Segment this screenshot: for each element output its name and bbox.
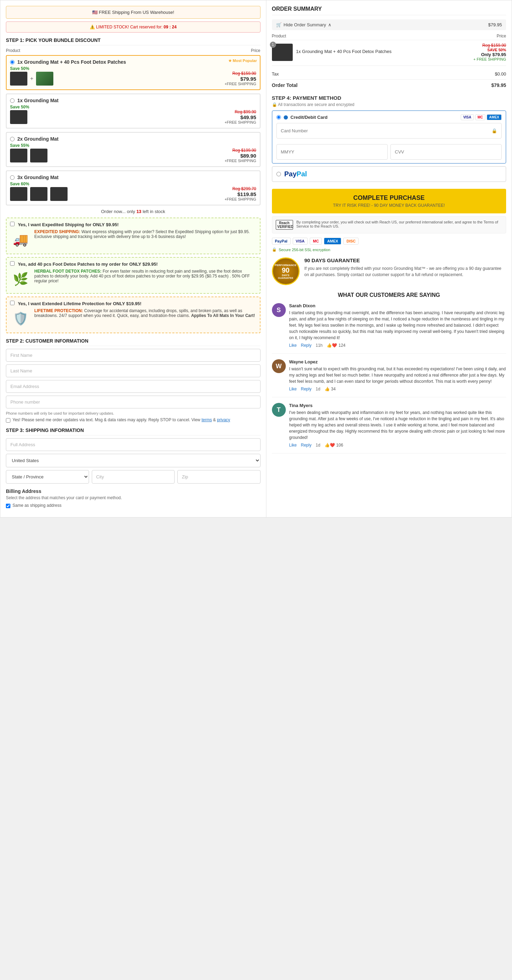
review-like-btn-1[interactable]: Like: [289, 343, 297, 348]
phone-input[interactable]: [6, 396, 261, 409]
product-option-2-shipping: +FREE SHIPPING: [224, 120, 256, 124]
complete-btn-sub-text: TRY IT RISK FREE! - 90 DAY MONEY BACK GU…: [277, 203, 501, 208]
addon-patches-checkbox[interactable]: [10, 261, 14, 266]
tax-label: Tax: [272, 72, 279, 76]
addon-patches: Yes, add 40 pcs Foot Detox Patches to my…: [6, 257, 261, 294]
product-option-4-body: Reg $299.70 $119.85 +FREE SHIPPING: [10, 186, 256, 201]
paypal-light-text: Pal: [297, 170, 307, 178]
payment-card-header: Credit/Debit Card VISA MC AMEX: [277, 114, 502, 120]
card-expiry-cvv-row: [277, 142, 502, 160]
addon-patches-title: Yes, add 40 pcs Foot Detox Patches to my…: [10, 261, 256, 267]
product-option-3-radio[interactable]: [10, 137, 14, 142]
product-option-4-radio[interactable]: [10, 175, 14, 180]
review-like-count-1: 124: [339, 343, 345, 348]
complete-purchase-button[interactable]: COMPLETE PURCHASE TRY IT RISK FREE! - 90…: [272, 189, 506, 213]
guarantee-badge-line2: DAYS: [282, 274, 289, 277]
same-as-shipping-label: Same as shipping address: [13, 503, 61, 508]
addon-lifetime-label: Yes, I want Extended Lifetime Protection…: [17, 301, 142, 306]
review-like-btn-2[interactable]: Like: [289, 387, 297, 391]
product-option-2-radio[interactable]: [10, 99, 14, 103]
same-as-shipping-checkbox[interactable]: [6, 504, 10, 508]
cvv-field[interactable]: [390, 144, 502, 160]
review-time-1: 11h: [316, 343, 323, 348]
stock-count: 13: [137, 209, 142, 214]
addon-patches-highlight: HERBAL FOOT DETOX PATCHES:: [34, 269, 102, 274]
email-input[interactable]: [6, 380, 261, 393]
country-select[interactable]: United States: [6, 454, 261, 467]
product-option-3-title: 2x Grounding Mat: [17, 136, 59, 142]
sms-checkbox[interactable]: [6, 418, 10, 423]
product-option-2-header: 1x Grounding Mat: [10, 98, 256, 103]
expiry-input[interactable]: [281, 147, 383, 157]
card-number-input[interactable]: [281, 126, 491, 135]
sms-checkbox-row: Yes! Please send me order updates via te…: [6, 417, 261, 423]
product-option-4-images: [10, 187, 68, 201]
billing-title: Billing Address: [6, 488, 261, 494]
guarantee-title: 90 DAYS GUARANTEE: [304, 258, 506, 263]
product-option-1-title: 1x Grounding Mat + 40 Pcs Foot Detox Pat…: [17, 59, 126, 65]
mat-image-3b: [30, 149, 48, 162]
addon-lifetime-checkbox[interactable]: [10, 301, 14, 305]
reviews-title: WHAT OUR CUSTOMERS ARE SAYING: [272, 292, 506, 298]
product-option-4-sale-price: $119.85: [224, 191, 256, 197]
review-reply-btn-3[interactable]: Reply: [301, 443, 312, 447]
guarantee-badge: PERFORMANCE 90 DAYS GUARANTEE: [272, 258, 300, 285]
product-option-4-pricing: Reg $299.70 $119.85 +FREE SHIPPING: [224, 186, 256, 201]
last-name-input[interactable]: [6, 364, 261, 377]
city-input[interactable]: [92, 470, 175, 484]
payment-card-radio[interactable]: [277, 115, 281, 119]
hide-summary-label: Hide Order Summary: [284, 22, 326, 27]
product-option-2-title: 1x Grounding Mat: [17, 98, 59, 103]
terms-link[interactable]: terms: [202, 417, 212, 422]
addon-lifetime-highlight: LIFETIME PROTECTION:: [34, 308, 83, 313]
order-product-thumb: 1: [272, 44, 293, 61]
order-product-name: 1x Grounding Mat + 40 Pcs Foot Detox Pat…: [296, 49, 470, 54]
review-likes-1: 👍❤️ 124: [327, 343, 345, 348]
review-likes-3: 👍❤️ 106: [324, 443, 343, 447]
full-address-input[interactable]: [6, 438, 261, 451]
right-column: ORDER SUMMARY 🛒 Hide Order Summary ∧ $79…: [266, 0, 512, 517]
card-number-field[interactable]: 🔒: [277, 123, 502, 138]
cvv-input[interactable]: [395, 147, 497, 157]
privacy-link[interactable]: privacy: [217, 417, 230, 422]
reach-logo-text: ReachVERIFIED: [276, 220, 293, 230]
addon-expedited-body: 🚚 EXPEDITED SHIPPING: Want express shipp…: [10, 229, 256, 250]
product-option-1-shipping: +FREE SHIPPING: [224, 82, 256, 86]
product-option-1-pricing: Most Popular Reg $159.90 $79.95 +FREE SH…: [224, 71, 256, 86]
review-item-3: T Tina Myers I've been dealing with neur…: [272, 403, 506, 453]
mat-image-3a: [10, 149, 27, 162]
product-option-1-radio[interactable]: [10, 60, 14, 64]
product-option-1-reg-price: Reg $159.90: [224, 71, 256, 76]
review-name-2: Wayne Lopez: [289, 359, 506, 364]
product-option-2[interactable]: 1x Grounding Mat Save 50% Reg $99.90 $49…: [6, 94, 261, 129]
expiry-field[interactable]: [277, 144, 388, 160]
paypal-blue-text: Pay: [285, 170, 297, 178]
mat-image: [10, 72, 27, 86]
guarantee-section: PERFORMANCE 90 DAYS GUARANTEE 90 DAYS GU…: [272, 258, 506, 285]
addon-expedited-checkbox[interactable]: [10, 222, 14, 226]
first-name-input[interactable]: [6, 349, 261, 362]
review-like-btn-3[interactable]: Like: [289, 443, 297, 447]
payment-paypal-option[interactable]: PayPal: [272, 166, 506, 182]
stock-notice-prefix: Order now... only: [101, 209, 135, 214]
state-select[interactable]: State / Province: [6, 470, 89, 484]
product-option-4[interactable]: 3x Grounding Mat Save 60% Reg $299.70 $1…: [6, 170, 261, 205]
review-content-1: Sarah Dixon I started using this groundi…: [289, 303, 506, 348]
hide-summary-row[interactable]: 🛒 Hide Order Summary ∧ $79.95: [272, 19, 506, 30]
review-item-1: S Sarah Dixon I started using this groun…: [272, 303, 506, 354]
zip-input[interactable]: [177, 470, 261, 484]
guarantee-text: If you are not completely thrilled with …: [304, 265, 506, 278]
product-option-3[interactable]: 2x Grounding Mat Save 55% Reg $199.90 $8…: [6, 132, 261, 167]
review-reply-btn-2[interactable]: Reply: [301, 387, 312, 391]
product-option-2-images: [10, 110, 27, 124]
order-qty-badge: 1: [270, 41, 276, 48]
product-option-1[interactable]: 1x Grounding Mat + 40 Pcs Foot Detox Pat…: [6, 55, 261, 90]
card-logos: VISA MC AMEX: [461, 114, 502, 120]
credit-card-dot: [284, 115, 288, 119]
payment-card-option[interactable]: Credit/Debit Card VISA MC AMEX 🔒: [272, 110, 506, 164]
review-avatar-2: W: [272, 359, 286, 373]
paypal-radio[interactable]: [277, 172, 281, 176]
order-col-product: Product: [272, 33, 286, 38]
hide-summary-left[interactable]: 🛒 Hide Order Summary ∧: [276, 22, 332, 27]
review-reply-btn-1[interactable]: Reply: [301, 343, 312, 348]
